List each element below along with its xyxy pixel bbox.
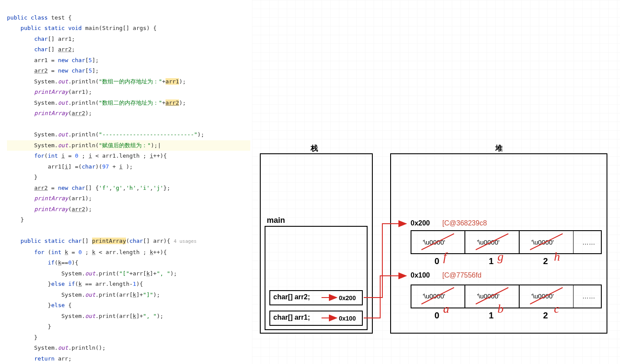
objref-1: [C@77556fd [442,271,481,279]
arr2-decl: char[] arr2; [273,293,310,301]
code-line: printArray(arr1); [7,195,92,202]
method-name: printArray [92,238,126,244]
code-line: printArray(arr1); [7,89,92,95]
code-line: arr1[i] =(char)(97 + i ); [7,163,133,170]
code-line: for(int i = 0 ; i < arr1.length ; i++){ [7,152,167,159]
code-line: }else { [7,302,72,308]
hand-c: c [554,302,559,316]
code-line: }else if(k == arr.length-1){ [7,281,143,287]
code-line: public static void main(String[] args) { [7,25,156,31]
code-line: } [7,216,24,223]
hand-a: a [443,302,449,316]
objref-2: [C@368239c8 [442,219,487,227]
code-line: return arr; [7,355,72,362]
code-line: if(k==0){ [7,259,78,266]
code-line: System.out.print(arr[k]+", "); [7,313,163,319]
code-line: } [7,323,51,330]
code-line: System.out.println("赋值后的数组为：");| [7,142,250,149]
hand-h: h [554,250,560,264]
code-line: System.out.print(arr[k]+"]"); [7,291,160,298]
arr2-addr: 0x200 [339,295,356,301]
hand-f: f [443,250,447,264]
code-line: public static char[] printArray(char[] a… [7,238,197,244]
heap-addr-1: 0x100 [411,271,430,279]
code-line: System.out.println("数组一的内存地址为："+arr1); [7,78,186,85]
code-line: } [7,174,37,180]
arr1-decl: char[] arr1; [273,314,310,321]
code-line: System.out.println("--------------------… [7,131,204,138]
heap-title: 堆 [495,143,503,153]
code-line: for (int k = 0 ; k < arr.length ; k++){ [7,249,167,255]
code-line: char[] arr2; [7,46,75,53]
code-line: arr2 = new char[5]; [7,67,99,74]
code-line: printArray(arr2); [7,110,92,116]
heap-addr-2: 0x200 [411,219,430,227]
hand-b: b [497,302,504,316]
code-line: System.out.println("数组二的内存地址为："+arr2); [7,99,186,106]
code-line: } [7,334,37,341]
arr1-addr: 0x100 [339,315,356,322]
code-line: arr2 = new char[] {'f','g','h','i','j'}; [7,185,170,191]
memory-diagram: 栈 堆 main char[] arr2; 0x200 char[] arr1;… [252,0,620,364]
hand-g: g [497,250,504,264]
code-line: arr1 = new char[5]; [7,57,99,63]
code-line: printArray(arr2); [7,206,92,212]
stack-title: 栈 [311,143,318,153]
code-line: System.out.print("["+arr[k]+", "); [7,270,177,277]
code-line: public class test { [7,14,72,21]
main-label: main [267,216,285,225]
code-line: System.out.println(); [7,344,106,351]
code-line: char[] arr1; [7,36,75,42]
code-editor: public class test { public static void m… [0,0,252,364]
usages-hint[interactable]: 4 usages [174,238,197,244]
